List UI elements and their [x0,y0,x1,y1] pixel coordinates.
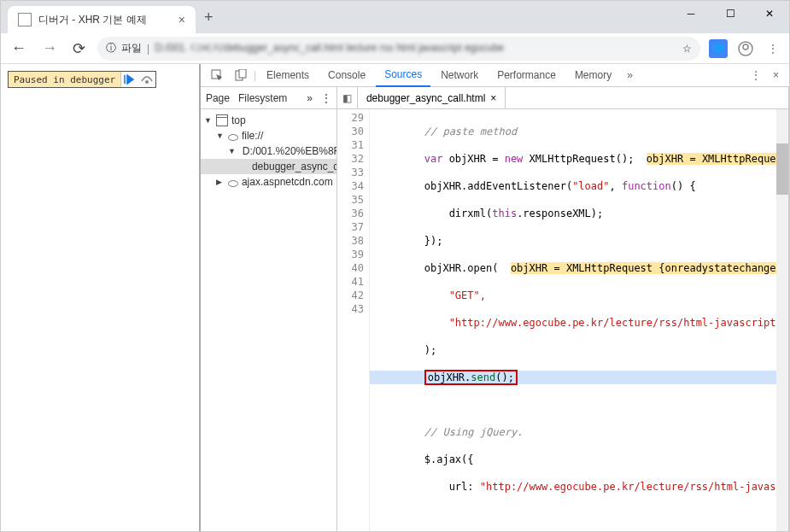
code-editor: ◧ debugger_async_call.html × 29303132333… [337,87,789,532]
devtools-menu-icon[interactable]: ⋮ [746,66,766,85]
page-icon [18,13,32,26]
url-prefix: 파일 [121,41,142,56]
filesystem-tab[interactable]: Filesystem [238,92,287,104]
open-file-name: debugger_async_call.html [366,92,485,104]
back-button[interactable]: ← [8,39,30,57]
line-gutter: 293031323334353637383940414243 [337,109,370,532]
window-controls: ─ ☐ ✕ [671,1,789,26]
devtools-close-icon[interactable]: × [768,66,784,85]
step-over-button[interactable] [138,72,155,87]
paused-label: Paused in debugger [9,73,120,87]
tree-scheme[interactable]: ▼file:// [201,128,336,143]
tab-performance[interactable]: Performance [489,64,565,86]
nav-menu-icon[interactable]: ⋮ [321,92,331,104]
browser-tab[interactable]: 디버거 - XHR 기본 예제 × [8,6,196,33]
inspect-icon[interactable] [206,66,228,85]
tab-sources[interactable]: Sources [376,63,430,87]
menu-icon[interactable]: ⋮ [764,39,782,58]
maximize-button[interactable]: ☐ [711,1,750,26]
translate-icon[interactable]: 🌐 [709,39,728,58]
forward-button[interactable]: → [38,39,61,57]
address-bar: ← → ⟳ ⓘ 파일 | D:/001. 디버거/debugger_async_… [1,33,789,64]
tree-top[interactable]: ▼top [201,113,336,128]
file-close-icon[interactable]: × [490,92,496,104]
device-icon[interactable] [230,66,252,85]
info-icon[interactable]: ⓘ [106,41,116,56]
window-titlebar: 디버거 - XHR 기본 예제 × + ─ ☐ ✕ [1,1,789,33]
open-file-tab[interactable]: debugger_async_call.html × [358,87,506,108]
tree-cdn[interactable]: ▶ajax.aspnetcdn.com [201,174,336,190]
reload-button[interactable]: ⟳ [69,39,89,58]
minimize-button[interactable]: ─ [671,1,711,26]
more-nav-icon[interactable]: » [307,92,313,104]
tree-current-file[interactable]: debugger_async_ca [201,159,336,174]
url-text: D:/001. 디버거/debugger_async_call.html lec… [155,41,677,56]
profile-icon[interactable] [736,39,755,58]
page-tab[interactable]: Page [206,92,230,104]
close-button[interactable]: ✕ [750,1,789,26]
resume-button[interactable] [121,72,138,87]
tree-folder[interactable]: ▼D:/001.%20%EB%8F% [201,143,336,159]
file-nav-icon[interactable]: ◧ [337,87,358,108]
code-content[interactable]: // paste method var objXHR = new XMLHttp… [370,109,788,532]
tab-network[interactable]: Network [432,64,487,86]
sources-sidebar: Page Filesystem » ⋮ ▼top ▼file:// ▼D:/00… [201,87,337,532]
tab-title: 디버거 - XHR 기본 예제 [38,13,147,27]
tab-close-icon[interactable]: × [178,13,185,26]
more-tabs-icon[interactable]: » [622,66,638,85]
tab-console[interactable]: Console [319,64,374,86]
star-icon[interactable]: ☆ [682,43,692,55]
page-content: Paused in debugger [1,64,200,532]
devtools-panel: | Elements Console Sources Network Perfo… [200,64,789,532]
file-tree: ▼top ▼file:// ▼D:/001.%20%EB%8F% debugge… [201,109,336,532]
tab-elements[interactable]: Elements [258,64,318,86]
svg-point-2 [145,80,149,84]
tab-memory[interactable]: Memory [566,64,620,86]
svg-point-1 [743,44,748,50]
devtools-tabbar: | Elements Console Sources Network Perfo… [201,64,789,87]
svg-rect-5 [239,69,246,78]
new-tab-button[interactable]: + [204,9,214,26]
code-scrollbar[interactable] [776,109,788,532]
paused-debugger-overlay: Paused in debugger [8,71,156,88]
url-field[interactable]: ⓘ 파일 | D:/001. 디버거/debugger_async_call.h… [97,37,700,61]
